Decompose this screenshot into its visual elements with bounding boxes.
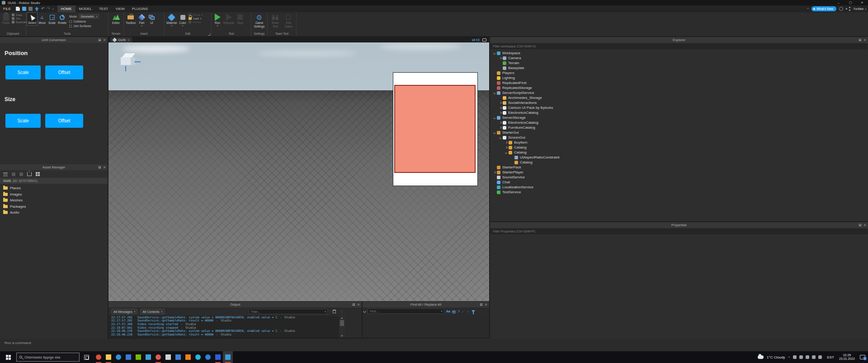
explorer-title[interactable]: Explorer ✕ [490, 37, 868, 43]
dialog-launcher-icon[interactable] [208, 33, 210, 36]
selected-part-gizmo[interactable] [119, 52, 144, 75]
match-word-button[interactable]: ab [452, 310, 456, 313]
explorer-tree-item[interactable]: ElectronicsCatalog [490, 120, 868, 125]
explorer-tree-item[interactable]: Chat [490, 180, 868, 185]
taskbar-app-icon[interactable] [173, 351, 183, 363]
expander-icon[interactable] [492, 52, 496, 54]
close-icon[interactable]: ✕ [103, 38, 106, 42]
import-icon[interactable] [27, 172, 32, 176]
taskbar-app-icon[interactable] [104, 351, 113, 363]
part-button[interactable]: Part ▾ [137, 13, 146, 28]
taskbar-app-icon[interactable] [94, 351, 104, 363]
close-icon[interactable]: ✕ [485, 303, 487, 306]
pin-icon[interactable] [353, 303, 355, 306]
close-icon[interactable]: ✕ [357, 303, 360, 306]
properties-filter[interactable] [491, 228, 868, 234]
mode-dropdown[interactable]: Geometric▾ [79, 14, 99, 19]
explorer-tree-item[interactable]: LocalizationService [490, 185, 868, 190]
expander-icon[interactable] [492, 92, 496, 94]
close-icon[interactable]: ✕ [863, 38, 866, 42]
explorer-tree-item[interactable]: TestService [490, 190, 868, 195]
material-button[interactable]: Material ▾ [165, 13, 178, 28]
game-settings-button[interactable]: ⚙ Game Settings [252, 13, 266, 29]
explorer-tree-item[interactable]: Players [490, 70, 868, 75]
explorer-tree-item[interactable]: Catalog [490, 145, 868, 150]
explorer-tree-item[interactable]: FurnitureCatalog [490, 125, 868, 130]
notification-center-icon[interactable]: 1 [860, 355, 865, 359]
scroll-down-icon[interactable]: ▼ [339, 334, 345, 338]
open-file-icon[interactable] [22, 7, 26, 11]
explorer-tree-item[interactable]: ServerScriptService [490, 90, 868, 95]
tray-icon[interactable] [799, 355, 803, 359]
messages-filter-dropdown[interactable]: All Messages ▾ [111, 309, 137, 314]
explorer-tree-item[interactable]: Catalog [490, 160, 868, 165]
expander-icon[interactable] [498, 137, 502, 139]
quick-access-dropdown-icon[interactable]: ▾ [52, 8, 54, 10]
expander-icon[interactable] [492, 172, 496, 173]
output-log[interactable]: 22:17:57.282 SoundService::getSampleRate… [108, 316, 345, 338]
filter-funnel-icon[interactable] [472, 310, 475, 312]
resume-button[interactable]: Resume [222, 13, 235, 25]
position-offset-button[interactable]: Offset [45, 65, 83, 79]
explorer-filter[interactable] [491, 43, 868, 49]
explorer-tree-item[interactable]: ServerStorage [490, 115, 868, 120]
save-icon[interactable] [28, 7, 33, 11]
taskbar-app-icon[interactable] [143, 351, 153, 363]
explorer-tree-item[interactable]: StarterPack [490, 165, 868, 170]
move-tool-button[interactable]: ↔↕ Move [37, 13, 47, 25]
asset-folder-item[interactable]: Audio [0, 209, 108, 216]
catalog-frame[interactable] [394, 85, 476, 173]
keyboard-language[interactable]: EST [825, 355, 836, 359]
explorer-tree-item[interactable]: ReplicatedStorage [490, 85, 868, 90]
undo-icon[interactable]: ↶ [41, 7, 45, 11]
back-icon[interactable] [12, 172, 15, 176]
find-previous-icon[interactable]: ← [462, 310, 465, 313]
user-account-menu[interactable]: Yuribke ▾ [853, 7, 866, 10]
expander-icon[interactable] [498, 127, 502, 129]
expander-icon[interactable] [498, 107, 502, 109]
lock-button[interactable]: Lock▾ [189, 17, 203, 20]
explorer-tree-item[interactable]: Cartoon UI Pack by Bylocks [490, 105, 868, 110]
taskbar-app-icon[interactable] [113, 351, 123, 363]
find-replace-title[interactable]: Find All / Replace All ✕ [363, 302, 489, 307]
taskbar-app-icon[interactable] [123, 351, 133, 363]
asset-folder-item[interactable]: Meshes [0, 197, 108, 204]
exit-game-button[interactable]: Exit Game [282, 13, 296, 29]
pin-icon[interactable] [99, 166, 101, 168]
pin-icon[interactable] [480, 303, 482, 306]
cut-button[interactable]: Cut [12, 17, 27, 20]
explorer-tree-item[interactable]: Archimedes_Storage [490, 95, 868, 100]
tray-icon[interactable] [812, 355, 816, 359]
new-file-icon[interactable] [16, 7, 20, 11]
close-button[interactable]: ✕ [856, 0, 868, 5]
explorer-tree-item[interactable]: Baseplate [490, 65, 868, 70]
pin-icon[interactable] [859, 224, 861, 226]
viewport-tab-guis[interactable]: GUIS × [110, 37, 132, 42]
regex-button[interactable]: .* [458, 310, 460, 313]
size-offset-button[interactable]: Offset [45, 114, 83, 128]
duplicate-button[interactable]: Duplicate [12, 21, 27, 23]
expander-icon[interactable] [498, 102, 502, 104]
more-options-icon[interactable]: ⋮ [340, 310, 344, 314]
expander-icon[interactable] [498, 122, 502, 124]
taskbar-app-icon[interactable] [213, 351, 223, 363]
match-case-button[interactable]: Aa [446, 310, 450, 313]
taskbar-app-icon[interactable] [153, 351, 163, 363]
tab-plugins[interactable]: PLUGINS [128, 5, 151, 12]
expander-icon[interactable] [498, 57, 502, 59]
explorer-tree-item[interactable]: Workspace [490, 51, 868, 56]
studio-version-icon[interactable] [839, 7, 843, 11]
expander-icon[interactable] [504, 147, 508, 149]
scroll-up-icon[interactable]: ▲ [339, 316, 345, 320]
explorer-tree-item[interactable]: BuyItem [490, 140, 868, 145]
device-emulator-icon[interactable] [482, 38, 486, 42]
explorer-tree-item[interactable]: ElectronicsCatalog [490, 110, 868, 115]
paste-button[interactable]: Paste [1, 13, 11, 25]
start-button[interactable] [0, 351, 16, 363]
list-view-icon[interactable] [3, 172, 8, 176]
taskbar-app-icon[interactable] [203, 351, 213, 363]
unit-conversion-title[interactable]: Unit Conversion ✕ [0, 37, 108, 43]
close-icon[interactable]: ✕ [863, 223, 866, 227]
team-test-button[interactable]: Team Test [269, 13, 282, 29]
tab-test[interactable]: TEST [95, 5, 112, 12]
